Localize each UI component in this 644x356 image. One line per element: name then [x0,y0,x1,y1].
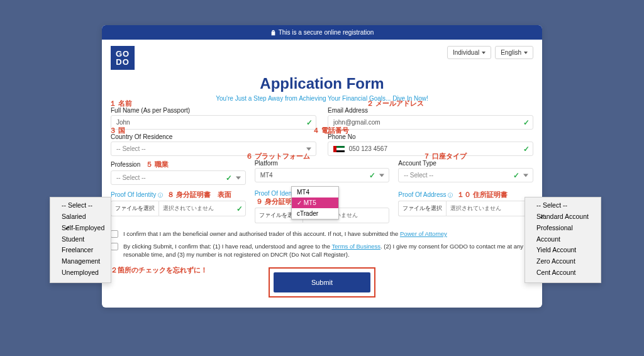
application-card: This is a secure online registration GO … [102,25,542,308]
submit-highlight: Submit [269,267,375,298]
menu-item[interactable]: Management [62,256,104,267]
annotation-8: ８ 身分証明書 表面 [167,191,231,198]
caret-icon [524,52,528,54]
phone-value: 050 123 4567 [349,145,387,152]
secure-text: This is a secure online registration [279,29,374,36]
check-icon: ✓ [306,118,313,127]
menu-item[interactable]: MT4 [292,187,338,197]
check-icon: ✓ [523,118,530,127]
individual-label: Individual [453,49,479,56]
full-name-input[interactable] [111,115,316,130]
menu-item[interactable]: Standard Account [536,211,594,223]
logo: GO DO [111,46,135,70]
profession-menu[interactable]: -- Select --SalariedSelf-EmployedStudent… [50,197,111,283]
menu-item[interactable]: Unemployed [62,267,104,279]
menu-item[interactable]: Student [62,234,104,245]
confirm-owner-text: I confirm that I am the beneficial owner… [123,230,447,238]
country-label: Country Of Residence [111,133,316,140]
page-subtitle: You're Just a Step Away from Achieving Y… [102,95,542,102]
logo-line2: DO [116,58,130,66]
terms-text: By clicking Submit, I confirm that: (1) … [123,242,533,259]
menu-item[interactable]: Salaried [62,211,104,223]
annotation-5: ５ 職業 [146,160,169,168]
email-input[interactable] [328,115,533,130]
account-type-label: Account Type [398,160,533,167]
profession-label: Profession ５ 職業 [111,160,246,169]
check-icon: ✓ [226,174,232,182]
full-name-label: Full Name (As per Passport) [111,107,316,114]
menu-item[interactable]: Self-Employed [62,223,104,234]
menu-item[interactable]: MT5 [292,197,338,208]
file-choose-button[interactable]: ファイルを選択 [398,201,446,216]
menu-item[interactable]: Zero Account [536,256,594,267]
platform-label: Platform [255,160,390,167]
account-type-dropdown[interactable]: Individual [447,46,491,59]
menu-item[interactable]: Cent Account [536,267,594,279]
check-icon: ✓ [236,204,243,213]
account-type-menu[interactable]: -- Select --Standard AccountProfessional… [525,197,601,283]
terms-checkbox[interactable] [111,243,118,250]
lock-icon [270,30,276,36]
chevron-down-icon [379,174,384,177]
file-status: 選択されていません [446,201,533,216]
chevron-down-icon [306,147,311,150]
confirm-owner-checkbox[interactable] [111,230,118,238]
check-icon: ✓ [369,171,375,180]
flag-uae-icon [333,146,345,152]
header-dropdowns: Individual English [447,46,533,59]
chevron-down-icon [523,174,528,177]
chevron-down-icon [236,176,241,179]
caret-icon [482,52,486,54]
secure-bar: This is a secure online registration [102,25,542,40]
proof-id-label: Proof Of Identity ⓘ ８ 身分証明書 表面 [111,190,246,199]
check-icon: ✓ [513,171,519,180]
menu-item[interactable]: cTrader [292,208,338,219]
email-label: Email Address [328,107,533,114]
country-select[interactable]: -- Select -- [111,142,316,156]
menu-item[interactable]: Yield Account [536,245,594,256]
header-row: GO DO Individual English [102,40,542,70]
language-dropdown[interactable]: English [495,46,533,59]
platform-menu[interactable]: MT4MT5cTrader [291,186,339,220]
terms-link[interactable]: Terms of Business [331,243,380,250]
annotation-10: １０ 住所証明書 [457,191,508,198]
power-of-attorney-link[interactable]: Power of Attorney [400,230,447,237]
page-title: Application Form [102,75,542,92]
phone-label: Phone No [328,133,533,140]
menu-item[interactable]: -- Select -- [536,200,594,211]
file-status: 選択されていません ✓ [158,201,246,216]
english-label: English [501,49,521,56]
file-choose-button[interactable]: ファイルを選択 [111,201,158,216]
menu-item[interactable]: Professional Account [536,223,594,245]
proof-address-label: Proof Of Address ⓘ １０ 住所証明書 [398,190,533,199]
menu-item[interactable]: Freelancer [62,245,104,256]
check-icon: ✓ [523,145,530,153]
phone-input[interactable]: 050 123 4567 [328,142,533,156]
submit-button[interactable]: Submit [274,272,370,292]
menu-item[interactable]: -- Select -- [62,200,104,211]
